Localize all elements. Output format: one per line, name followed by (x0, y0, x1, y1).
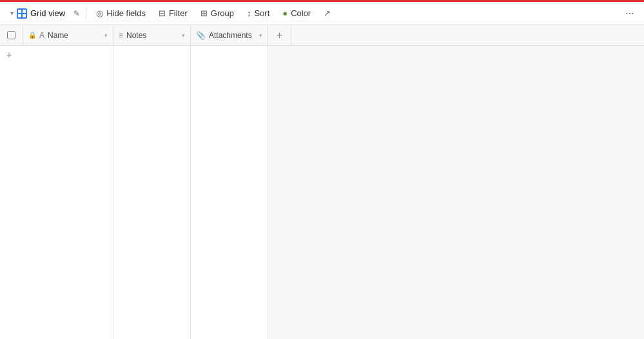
column-header-notes[interactable]: ≡ Notes ▾ (113, 25, 191, 45)
hide-fields-label: Hide fields (106, 8, 146, 18)
attachments-type-icon: 📎 (196, 31, 206, 40)
name-type-icon: A (39, 31, 44, 40)
share-button[interactable]: ↗ (318, 6, 337, 21)
color-button[interactable]: ● Color (277, 6, 317, 21)
svg-rect-2 (18, 14, 21, 17)
notes-column-label: Notes (126, 31, 146, 40)
toolbar: ▾ Grid view ✎ ◎ Hide fields ⊟ Filter ⊞ G… (0, 2, 644, 25)
name-col-chevron: ▾ (104, 32, 108, 39)
sort-icon: ↕ (247, 8, 251, 18)
hide-fields-button[interactable]: ◎ Hide fields (90, 6, 151, 21)
filter-icon: ⊟ (159, 8, 166, 18)
filter-label: Filter (169, 8, 188, 18)
group-button[interactable]: ⊞ Group (195, 6, 240, 21)
edit-view-icon[interactable]: ✎ (72, 8, 82, 19)
name-column-label: Name (48, 31, 68, 40)
view-name-label: Grid view (30, 8, 65, 18)
more-icon: ··· (625, 8, 634, 19)
more-options-button[interactable]: ··· (621, 5, 639, 23)
svg-rect-0 (18, 10, 21, 13)
name-col-body: + (0, 46, 113, 339)
attachments-column-label: Attachments (209, 31, 252, 40)
row-select-all[interactable] (0, 25, 23, 45)
add-column-button[interactable]: + (268, 25, 291, 45)
table-body: + (0, 46, 644, 339)
notes-col-body (113, 46, 191, 339)
column-header-name[interactable]: 🔒 A Name ▾ (23, 25, 113, 45)
notes-type-icon: ≡ (119, 31, 123, 40)
empty-col-body (268, 46, 644, 339)
svg-rect-3 (23, 14, 26, 17)
lock-icon: 🔒 (28, 32, 36, 39)
group-label: Group (211, 8, 234, 18)
notes-col-chevron: ▾ (182, 32, 185, 39)
column-header-attachments[interactable]: 📎 Attachments ▾ (191, 25, 268, 45)
attachments-col-body (191, 46, 268, 339)
select-all-checkbox[interactable] (7, 31, 15, 39)
sort-label: Sort (254, 8, 269, 18)
color-label: Color (291, 8, 311, 18)
column-header-row: 🔒 A Name ▾ ≡ Notes ▾ 📎 Attachments ▾ + (0, 25, 644, 46)
color-icon: ● (282, 8, 288, 18)
view-toggle[interactable]: ▾ Grid view (5, 6, 70, 21)
hide-fields-icon: ◎ (96, 8, 103, 18)
attachments-col-chevron: ▾ (259, 32, 262, 39)
grid-view-icon (17, 8, 27, 19)
sort-button[interactable]: ↕ Sort (241, 6, 275, 21)
chevron-down-icon: ▾ (10, 10, 14, 17)
svg-rect-1 (23, 10, 26, 13)
filter-button[interactable]: ⊟ Filter (153, 6, 193, 21)
add-row-button[interactable]: + (0, 46, 113, 64)
add-column-icon: + (277, 30, 282, 41)
group-icon: ⊞ (200, 8, 208, 18)
share-icon: ↗ (324, 8, 331, 18)
toolbar-divider-1 (86, 8, 86, 19)
add-row-icon: + (6, 50, 12, 60)
